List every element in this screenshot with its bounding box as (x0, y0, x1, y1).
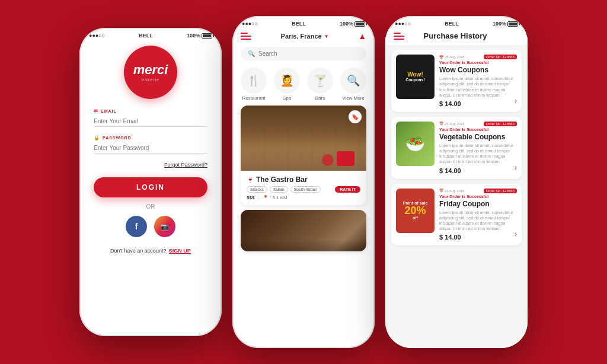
friday-desc: Lorem ipsum dolor sit amet, consectetur … (439, 210, 517, 231)
cocktail-icon: 🍷 (247, 177, 254, 183)
wow-price: $ 14.00 (439, 100, 517, 107)
logo-name: merci (133, 63, 168, 76)
instagram-login-button[interactable]: 📷 (154, 216, 175, 237)
chevron-down-icon: ▼ (324, 34, 329, 39)
category-bars[interactable]: 🍸 Bars (307, 68, 333, 101)
carrier-name-1: BELL (139, 33, 153, 39)
email-field-group: ✉ EMAIL (94, 108, 207, 127)
category-restaurant-label: Restaurant (242, 95, 265, 101)
search-icon: 🔍 (248, 50, 255, 57)
restaurant-image-2 (241, 210, 366, 251)
phone-restaurant: ●●●○○ BELL 100% Paris, France ▼ ▲ 🔍 (232, 16, 375, 348)
restaurant-image: 🔖 (241, 106, 366, 171)
friday-price: $ 14.00 (439, 234, 517, 241)
signup-prompt: Don't have an account? SIGN UP (110, 244, 191, 255)
veg-date: 📅 25 Aug 2018 (439, 122, 465, 126)
login-content: merci bakerie ✉ EMAIL 🔒 PASSWORD Forgot … (79, 41, 222, 336)
search-bar: 🔍 (241, 47, 366, 60)
restaurant-icon: 🍴 (241, 68, 267, 94)
phone-purchase-history: ●●●○○ BELL 100% Purchase History (385, 16, 528, 348)
password-field-group: 🔒 PASSWORD (94, 135, 207, 154)
battery-icon-1 (202, 33, 212, 39)
purchase-history-header: Purchase History (385, 29, 528, 45)
restaurant-content: Paris, France ▼ ▲ 🔍 🍴 Restaurant 💆 Spa (232, 29, 375, 348)
or-divider: OR (146, 203, 155, 210)
wow-date: 📅 25 Aug 2018 (439, 55, 465, 59)
wow-status: Your Order is Successful (439, 60, 517, 65)
filter-icon[interactable]: ▲ (358, 31, 366, 41)
calendar-icon-friday: 📅 (439, 189, 443, 193)
tag-snacks: Snacks (247, 186, 267, 193)
wow-desc: Lorem ipsum dolor sit amet, consectetur … (439, 76, 517, 97)
friday-status: Your Order is Successful (439, 194, 517, 199)
purchase-card-wow[interactable]: Wow! Coupons! 📅 25 Aug 2018 Order No- 12… (391, 50, 522, 112)
veg-coupon-info: 📅 25 Aug 2018 Order No- 124566 Your Orde… (439, 122, 517, 174)
location-text: Paris, France (281, 33, 322, 40)
friday-date: 📅 25 Aug 2018 (439, 189, 465, 193)
bookmark-icon[interactable]: 🔖 (349, 110, 362, 123)
category-spa[interactable]: 💆 Spa (274, 68, 300, 101)
purchase-list: Wow! Coupons! 📅 25 Aug 2018 Order No- 12… (385, 45, 528, 348)
battery-icon-3 (507, 21, 518, 27)
carrier-name-2: BELL (292, 21, 306, 27)
veg-meta-row: 📅 25 Aug 2018 Order No- 124566 (439, 122, 517, 126)
calendar-icon-veg: 📅 (439, 122, 443, 126)
password-input[interactable] (94, 143, 207, 154)
veg-status: Your Order is Successful (439, 127, 517, 132)
wow-meta-row: 📅 25 Aug 2018 Order No- 124566 (439, 55, 517, 59)
carrier-1: ●●●○○ (89, 33, 105, 39)
wow-order-badge: Order No- 124566 (484, 55, 517, 59)
email-input[interactable] (94, 116, 207, 127)
location-selector[interactable]: Paris, France ▼ (281, 33, 329, 40)
phones-container: ●●●○○ BELL 100% merci bakerie ✉ EMAIL (68, 4, 539, 360)
status-bar-2: ●●●○○ BELL 100% (232, 16, 375, 29)
ph-hamburger-menu[interactable] (394, 33, 404, 40)
veg-chevron-right-icon[interactable]: › (515, 164, 517, 172)
wow-title: Wow Coupons (439, 66, 517, 74)
category-view-more[interactable]: 🔍 View More (340, 68, 366, 101)
category-restaurant[interactable]: 🍴 Restaurant (241, 68, 267, 101)
logo-circle: merci bakerie (124, 46, 177, 99)
password-label: 🔒 PASSWORD (94, 135, 207, 141)
carrier-dots-3: ●●●○○ (395, 21, 411, 27)
lock-icon: 🔒 (94, 135, 100, 141)
restaurant-card-gastro[interactable]: 🔖 🍷 The Gastro Bar Snacks Italian South … (241, 106, 366, 205)
friday-title: Friday Coupon (439, 200, 517, 208)
category-view-more-label: View More (342, 95, 365, 101)
logo-subtitle: bakerie (133, 78, 168, 82)
purchase-card-friday[interactable]: Point of sale 20% off 📅 25 Aug 2018 Orde… (391, 184, 522, 246)
wow-coupon-info: 📅 25 Aug 2018 Order No- 124566 Your Orde… (439, 55, 517, 107)
hamburger-menu[interactable] (241, 33, 251, 40)
tags-row: Snacks Italian South Indian RATE IT (247, 186, 360, 193)
battery-1: 100% (187, 33, 212, 39)
battery-2: 100% (340, 21, 365, 27)
signup-link[interactable]: SIGN UP (169, 248, 191, 254)
status-bar-1: ●●●○○ BELL 100% (79, 28, 222, 41)
forgot-password-link[interactable]: Forgot Password? (164, 162, 207, 168)
search-input[interactable] (258, 50, 359, 57)
purchase-card-veg[interactable]: 🥗 📅 25 Aug 2018 Order No- 124566 Your Or… (391, 117, 522, 179)
location-pin-icon: 📍 (263, 195, 269, 200)
category-bars-label: Bars (315, 95, 325, 101)
friday-chevron-right-icon[interactable]: › (515, 230, 517, 238)
login-button[interactable]: LOGIN (94, 177, 207, 197)
friday-coupon-info: 📅 25 Aug 2018 Order No- 124566 Your Orde… (439, 189, 517, 241)
view-more-icon: 🔍 (340, 68, 366, 94)
restaurant-name: 🍷 The Gastro Bar (247, 175, 360, 184)
veg-coupon-thumb: 🥗 (396, 122, 435, 174)
email-label: ✉ EMAIL (94, 108, 207, 114)
categories: 🍴 Restaurant 💆 Spa 🍸 Bars 🔍 View More (232, 65, 375, 106)
facebook-login-button[interactable]: f (126, 216, 147, 237)
email-icon: ✉ (94, 108, 98, 114)
wow-chevron-right-icon[interactable]: › (515, 97, 517, 105)
distance: 3.1 KM (272, 195, 287, 200)
veg-price: $ 14.00 (439, 167, 517, 174)
friday-order-badge: Order No- 124566 (484, 189, 517, 193)
social-buttons: f 📷 (126, 216, 175, 237)
rate-it-button[interactable]: RATE IT (335, 186, 360, 193)
restaurant-card-second[interactable] (241, 210, 366, 251)
friday-meta-row: 📅 25 Aug 2018 Order No- 124566 (439, 189, 517, 193)
phone-login: ●●●○○ BELL 100% merci bakerie ✉ EMAIL (79, 28, 222, 336)
bars-icon: 🍸 (307, 68, 333, 94)
no-account-text: Don't have an account? (110, 248, 166, 254)
